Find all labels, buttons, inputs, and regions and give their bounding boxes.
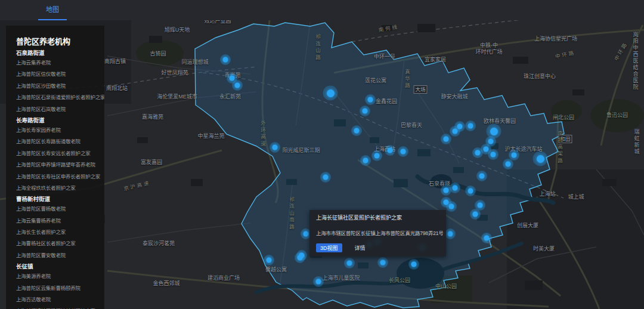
facility-list-item[interactable]: 上海长寿家园养老院 (16, 125, 104, 136)
facility-list-item[interactable]: 上海普陀区石泉街道爱照护长者照护之家 (16, 92, 104, 103)
panel-title: 普陀区养老机构 (16, 36, 104, 47)
map-marker-dot (347, 261, 352, 266)
map-marker[interactable] (270, 142, 280, 153)
map-marker[interactable] (472, 147, 483, 158)
map-label: 中铁·中 环时代广场 (475, 42, 502, 55)
map-label: 京沪高速 (123, 180, 151, 192)
map-marker[interactable] (220, 54, 231, 65)
facility-list-panel: 普陀区养老机构 石泉路街道上海云集养老院上海普陀区信仪敬老院上海普陀区沙田敬老院… (6, 26, 104, 309)
map-marker-dot (490, 128, 498, 135)
map-marker-dot (512, 153, 517, 158)
facility-list-item[interactable]: 上海普陀区长寿安远长者照护之家 (16, 148, 104, 159)
tab-map[interactable]: 地图 (38, 0, 67, 20)
facility-list-item[interactable]: 上海普陀区信仪敬老院 (16, 69, 104, 80)
map-label: 外环高速 (259, 120, 266, 148)
map-marker[interactable] (503, 159, 513, 169)
map-marker[interactable] (385, 145, 395, 156)
facility-list-item[interactable]: 上海云集养老院 (16, 57, 104, 69)
map-marker[interactable] (533, 152, 548, 166)
map-marker[interactable] (470, 209, 481, 220)
map-marker[interactable] (481, 233, 492, 243)
app-window: 效达产业园旭辉U天地古猗园南翔古镇同运理想城好世凤翔苑青尚苑南翔北站海伦堡爱ME… (0, 0, 644, 309)
map-marker[interactable] (360, 106, 370, 116)
street-group-header: 石泉路街道 (16, 48, 104, 57)
map-marker-dot (473, 212, 478, 217)
map-label: 好世凤翔苑 (161, 70, 188, 76)
facility-list-item[interactable]: 上海长征镇社区爱照护长者照护之家 (16, 305, 104, 309)
map-marker[interactable] (377, 257, 388, 268)
map-marker[interactable] (441, 185, 451, 196)
map-marker-dot (484, 236, 490, 241)
map-label: 闸北公园 (553, 115, 574, 121)
map-marker[interactable] (445, 228, 456, 239)
map-marker-dot (368, 97, 373, 103)
popup-3d-button[interactable]: 3D视图 (316, 243, 342, 252)
map-label: 长风公园 (389, 277, 410, 284)
street-group-header: 长征镇 (16, 262, 104, 271)
map-label: 上海市儿童医院 (322, 275, 360, 282)
map-marker[interactable] (465, 186, 476, 196)
facility-list-item[interactable]: 上海全程玖玖长者照护之家 (16, 183, 104, 194)
map-marker[interactable] (313, 276, 324, 287)
map-label: 静安大融城 (441, 94, 467, 100)
map-marker[interactable] (441, 134, 451, 144)
facility-list-item[interactable]: 上海曹杨社区长者照护之家 (16, 238, 104, 249)
facility-list-item[interactable]: 上海普陀区曹杨敬老院 (16, 203, 104, 215)
facility-list-item[interactable]: 上海普陀区申养镇坪路望年荟养老院 (16, 159, 104, 171)
facility-list-item[interactable]: 上海长生长者照护之家 (16, 227, 104, 238)
map-marker-dot (453, 186, 458, 191)
map-label: 中山公园 (435, 283, 457, 290)
facility-list-item[interactable]: 上海普陀区云集新曹杨颐养院 (16, 283, 104, 294)
map-label: 馨越公寓 (265, 267, 287, 273)
popup-detail-button[interactable]: 详情 (351, 243, 369, 252)
facility-list-item[interactable]: 上海普陀区长寿社区申养长者照护之家 (16, 171, 104, 183)
map-marker-dot (444, 137, 449, 142)
map-marker[interactable] (351, 125, 362, 136)
map-label: 永汇新苑 (219, 94, 241, 100)
map-marker[interactable] (232, 80, 243, 91)
map-marker-dot (453, 129, 458, 134)
map-marker[interactable] (296, 250, 307, 261)
map-label: 鲁迅公园 (606, 112, 628, 119)
facility-list-item[interactable]: 上海普陀区长寿路街道敬老院 (16, 136, 104, 147)
facility-list-item[interactable]: 上海美源养老院 (16, 271, 104, 282)
map-label: 效达产业园 (204, 20, 231, 24)
facility-groups: 石泉路街道上海云集养老院上海普陀区信仪敬老院上海普陀区沙田敬老院上海普陀区石泉街… (16, 48, 104, 309)
top-bar: 地图 (0, 0, 644, 20)
map-label: 城上城 (568, 194, 584, 200)
map-label: 真华路 (404, 69, 410, 90)
map-marker[interactable] (450, 126, 460, 137)
map-label: 南翔古镇 (104, 58, 126, 65)
map-marker[interactable] (476, 171, 487, 181)
map-marker[interactable] (398, 146, 408, 157)
facility-list-item[interactable]: 上海普陀区沙田敬老院 (16, 81, 104, 92)
facility-list-item[interactable]: 上海普陀区石岚敬老院 (16, 104, 104, 115)
map-marker[interactable] (465, 120, 476, 131)
map-marker[interactable] (408, 259, 419, 270)
facility-list-item[interactable]: 上海云集曹杨养老院 (16, 215, 104, 227)
map-label: 南何线 (378, 24, 400, 34)
map-marker[interactable] (371, 150, 382, 161)
map-label: 创展大厦 (517, 223, 538, 229)
map-marker[interactable] (360, 155, 371, 166)
map-marker[interactable] (446, 201, 457, 212)
map-marker-dot (411, 262, 417, 267)
map-marker[interactable] (320, 172, 331, 183)
map-marker[interactable] (365, 94, 376, 105)
map-marker[interactable] (488, 149, 499, 160)
map-marker-dot (223, 57, 228, 63)
map-label: 中环路 (555, 50, 576, 60)
map-marker-dot (479, 174, 485, 179)
map-marker-dot (374, 153, 380, 159)
map-marker[interactable] (264, 255, 274, 265)
facility-list-item[interactable]: 上海百达敬老院 (16, 294, 104, 305)
map-marker-dot (488, 139, 494, 144)
street-group-header: 曹杨新村街道 (16, 194, 104, 203)
map-label: 同运理想城 (181, 59, 208, 66)
map-marker-dot (363, 158, 369, 163)
tab-active-underline (38, 19, 67, 20)
facility-list-item[interactable]: 上海普陀区曹安敬老院 (16, 250, 104, 261)
map-label: 宜家家居 (425, 57, 446, 63)
map-marker[interactable] (323, 86, 338, 101)
map-marker[interactable] (344, 258, 355, 268)
